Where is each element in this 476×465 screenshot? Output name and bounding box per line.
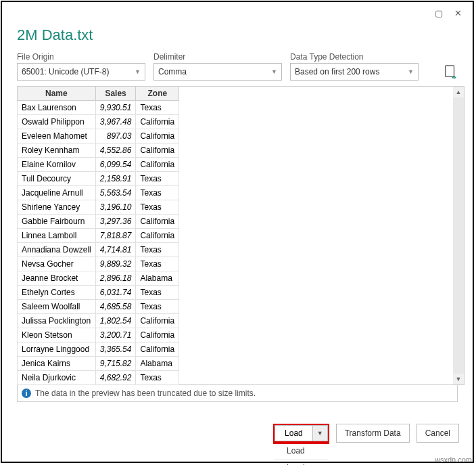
scroll-down-icon[interactable]: ▼ (453, 374, 464, 384)
cell-sales: 3,967.48 (95, 115, 136, 129)
detection-value: Based on first 200 rows (295, 67, 379, 76)
table-row[interactable]: Jenica Kairns9,715.82Alabama (18, 357, 179, 371)
cell-sales: 2,158.91 (95, 172, 136, 186)
delimiter-label: Delimiter (153, 52, 282, 62)
delimiter-value: Comma (158, 67, 187, 76)
table-row[interactable]: Eveleen Mahomet897.03California (18, 129, 179, 143)
info-icon: i (22, 389, 31, 398)
table-row[interactable]: Gabbie Fairbourn3,297.36California (18, 215, 179, 229)
table-row[interactable]: Shirlene Yancey3,196.10Texas (18, 200, 179, 215)
table-row[interactable]: Julissa Pocklington1,802.54California (18, 314, 179, 328)
cell-sales: 5,563.54 (95, 186, 136, 200)
scroll-up-icon[interactable]: ▲ (453, 87, 464, 97)
cell-zone: California (136, 115, 179, 129)
new-sheet-icon[interactable] (443, 64, 458, 79)
menu-load-to[interactable]: Load To... (275, 460, 328, 465)
cell-sales: 3,200.71 (95, 328, 136, 342)
load-button[interactable]: Load (275, 425, 312, 441)
footer-buttons: Load ▼ Load Load To... Transform Data Ca… (273, 424, 459, 443)
cell-sales: 3,297.36 (95, 215, 136, 229)
menu-load[interactable]: Load (275, 443, 328, 460)
cell-zone: California (136, 158, 179, 172)
vertical-scrollbar[interactable]: ▲ ▼ (453, 87, 464, 384)
chevron-down-icon: ▼ (135, 68, 141, 75)
table-row[interactable]: Elaine Kornilov6,099.54California (18, 158, 179, 172)
table-row[interactable]: Lorrayne Linggood3,365.54California (18, 342, 179, 357)
cell-name: Tull Decourcy (18, 172, 96, 186)
cell-name: Oswald Philippon (18, 115, 96, 129)
table-row[interactable]: Linnea Lamboll7,818.87California (18, 229, 179, 243)
close-icon[interactable]: ✕ (448, 5, 467, 21)
cell-name: Eveleen Mahomet (18, 129, 96, 143)
dialog-window: ▢ ✕ 2M Data.txt File Origin 65001: Unico… (1, 1, 474, 463)
scroll-track[interactable] (453, 97, 464, 374)
cell-zone: Alabama (136, 271, 179, 286)
table-row[interactable]: Ethelyn Cortes6,031.74Texas (18, 286, 179, 300)
cell-sales: 9,930.51 (95, 101, 136, 115)
table-row[interactable]: Saleem Woolfall4,685.58Texas (18, 300, 179, 314)
options-row: File Origin 65001: Unicode (UTF-8) ▼ Del… (2, 52, 473, 85)
cell-name: Neila Djurkovic (18, 371, 96, 385)
col-zone[interactable]: Zone (136, 87, 179, 101)
table-row[interactable]: Jacqueline Arnull5,563.54Texas (18, 186, 179, 200)
cell-zone: California (136, 129, 179, 143)
preview-area: Name Sales Zone Bax Laurenson9,930.51Tex… (17, 86, 465, 385)
truncation-notice: i The data in the preview has been trunc… (17, 385, 458, 402)
cell-sales: 9,715.82 (95, 357, 136, 371)
cell-zone: Texas (136, 257, 179, 271)
watermark: wsxdn.com (435, 456, 472, 464)
table-row[interactable]: Kleon Stetson3,200.71California (18, 328, 179, 342)
cell-name: Roley Kennham (18, 143, 96, 158)
cell-zone: California (136, 342, 179, 357)
preview-table: Name Sales Zone Bax Laurenson9,930.51Tex… (17, 86, 179, 385)
cell-sales: 4,552.86 (95, 143, 136, 158)
chevron-down-icon: ▼ (271, 68, 277, 75)
col-name[interactable]: Name (18, 87, 96, 101)
table-row[interactable]: Neila Djurkovic4,682.92Texas (18, 371, 179, 385)
cell-zone: California (136, 229, 179, 243)
cell-name: Linnea Lamboll (18, 229, 96, 243)
cancel-button[interactable]: Cancel (416, 424, 459, 443)
cell-sales: 2,896.18 (95, 271, 136, 286)
cell-zone: Texas (136, 186, 179, 200)
table-row[interactable]: Annadiana Dowzell4,714.81Texas (18, 243, 179, 257)
cell-sales: 3,365.54 (95, 342, 136, 357)
cell-name: Jeanne Brocket (18, 271, 96, 286)
table-row[interactable]: Tull Decourcy2,158.91Texas (18, 172, 179, 186)
cell-zone: California (136, 328, 179, 342)
svg-rect-0 (446, 66, 454, 77)
cell-zone: Alabama (136, 357, 179, 371)
table-row[interactable]: Oswald Philippon3,967.48California (18, 115, 179, 129)
cell-zone: Texas (136, 101, 179, 115)
cell-sales: 4,685.58 (95, 300, 136, 314)
file-origin-value: 65001: Unicode (UTF-8) (22, 67, 109, 76)
table-row[interactable]: Roley Kennham4,552.86California (18, 143, 179, 158)
table-row[interactable]: Jeanne Brocket2,896.18Alabama (18, 271, 179, 286)
cell-sales: 897.03 (95, 129, 136, 143)
detection-dropdown[interactable]: Based on first 200 rows ▼ (290, 63, 419, 81)
cell-zone: California (136, 215, 179, 229)
table-row[interactable]: Nevsa Gocher9,889.32Texas (18, 257, 179, 271)
cell-name: Elaine Kornilov (18, 158, 96, 172)
detection-label: Data Type Detection (290, 52, 419, 62)
file-origin-label: File Origin (17, 52, 145, 62)
cell-name: Saleem Woolfall (18, 300, 96, 314)
col-sales[interactable]: Sales (95, 87, 136, 101)
titlebar: ▢ ✕ (2, 2, 473, 24)
table-row[interactable]: Bax Laurenson9,930.51Texas (18, 101, 179, 115)
cell-name: Jenica Kairns (18, 357, 96, 371)
load-dropdown-menu: Load Load To... (273, 441, 329, 444)
maximize-icon[interactable]: ▢ (429, 5, 448, 21)
cell-sales: 7,818.87 (95, 229, 136, 243)
cell-name: Gabbie Fairbourn (18, 215, 96, 229)
cell-sales: 6,099.54 (95, 158, 136, 172)
load-dropdown-arrow[interactable]: ▼ (312, 425, 328, 441)
dialog-title: 2M Data.txt (2, 24, 473, 52)
delimiter-dropdown[interactable]: Comma ▼ (153, 63, 282, 81)
cell-name: Jacqueline Arnull (18, 186, 96, 200)
transform-data-button[interactable]: Transform Data (336, 424, 410, 443)
cell-zone: Texas (136, 243, 179, 257)
cell-zone: Texas (136, 300, 179, 314)
file-origin-dropdown[interactable]: 65001: Unicode (UTF-8) ▼ (17, 63, 145, 81)
load-split-button[interactable]: Load ▼ Load Load To... (273, 424, 329, 443)
